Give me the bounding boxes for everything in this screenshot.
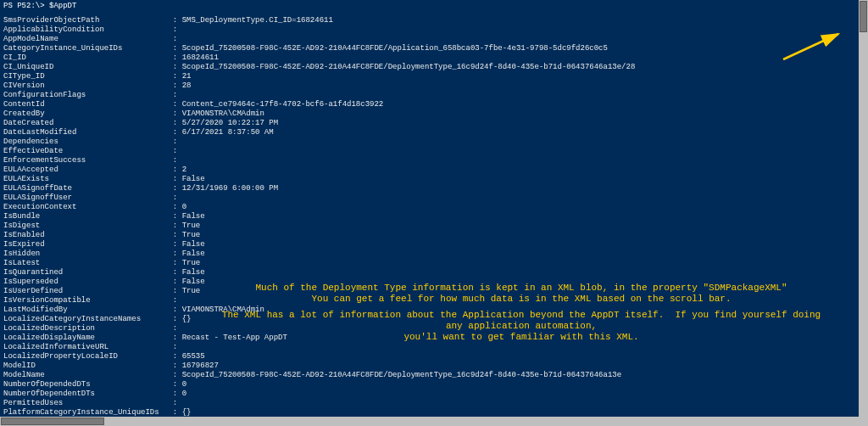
property-row: LocalizedPropertyLocaleID : 65535	[3, 352, 855, 362]
property-row: ModelName : ScopeId_75200508-F98C-452E-A…	[3, 371, 855, 380]
property-row: ExecutionContext : 0	[3, 203, 855, 212]
property-row: PlatformCategoryInstance_UniqueIDs : {}	[3, 408, 855, 417]
property-row: IsLatest : True	[3, 259, 855, 268]
property-row: AppModelName :	[3, 35, 855, 44]
horizontal-scroll-thumb[interactable]	[1, 418, 104, 425]
scrollbar-corner	[859, 417, 868, 426]
annotation-block: Much of the Deployment Type information …	[216, 283, 826, 343]
property-row: Dependencies :	[3, 137, 855, 147]
vertical-scrollbar[interactable]	[859, 0, 868, 417]
property-row: CIVersion : 28	[3, 81, 855, 91]
vertical-scroll-thumb[interactable]	[860, 1, 867, 32]
property-row: ContentId : Content_ce79464c-17f8-4702-b…	[3, 100, 855, 109]
property-row: IsExpired : False	[3, 240, 855, 249]
annotation-line-4: you'll want to get familiar with this XM…	[216, 332, 826, 343]
property-row: ModelID : 16796827	[3, 362, 855, 371]
property-row: CI_UniqueID : ScopeId_75200508-F98C-452E…	[3, 63, 855, 72]
property-row: IsHidden : False	[3, 249, 855, 259]
annotation-line-2: You can get a feel for how much data is …	[216, 294, 826, 305]
property-row: IsBundle : False	[3, 212, 855, 221]
property-row: NumberOfDependedDTs : 0	[3, 380, 855, 390]
property-row: EnforcementSuccess :	[3, 156, 855, 165]
property-row: PermittedUses :	[3, 399, 855, 408]
property-row: CIType_ID : 21	[3, 72, 855, 81]
property-row: DateLastModified : 6/17/2021 8:37:50 AM	[3, 128, 855, 137]
property-row: LocalizedInformativeURL :	[3, 343, 855, 352]
annotation-line-1: Much of the Deployment Type information …	[216, 283, 826, 294]
console-output: PS P52:\> $AppDT SmsProviderObjectPath :…	[0, 0, 859, 417]
property-row: CreatedBy : VIAMONSTRA\CMAdmin	[3, 109, 855, 119]
annotation-line-3: The XML has a lot of information about t…	[216, 310, 826, 332]
property-row: CI_ID : 16824611	[3, 53, 855, 63]
property-row: EULAExists : False	[3, 175, 855, 184]
property-row: EULASignoffDate : 12/31/1969 6:00:00 PM	[3, 184, 855, 193]
property-row: IsEnabled : True	[3, 231, 855, 240]
property-row: EULAAccepted : 2	[3, 165, 855, 175]
property-row: CategoryInstance_UniqueIDs : ScopeId_752…	[3, 44, 855, 53]
property-row: NumberOfDependentDTs : 0	[3, 390, 855, 399]
property-row: ApplicabilityCondition :	[3, 25, 855, 35]
horizontal-scrollbar[interactable]	[0, 417, 859, 426]
powershell-window: PS P52:\> $AppDT SmsProviderObjectPath :…	[0, 0, 868, 426]
property-row: EULASignoffUser :	[3, 193, 855, 203]
property-row: ConfigurationFlags :	[3, 91, 855, 100]
prompt-line[interactable]: PS P52:\> $AppDT	[3, 2, 855, 11]
property-row: SmsProviderObjectPath : SMS_DeploymentTy…	[3, 16, 855, 25]
property-row: IsDigest : True	[3, 221, 855, 231]
property-row: IsQuarantined : False	[3, 268, 855, 277]
property-row: DateCreated : 5/27/2020 10:22:17 PM	[3, 119, 855, 128]
property-row: EffectiveDate :	[3, 147, 855, 156]
